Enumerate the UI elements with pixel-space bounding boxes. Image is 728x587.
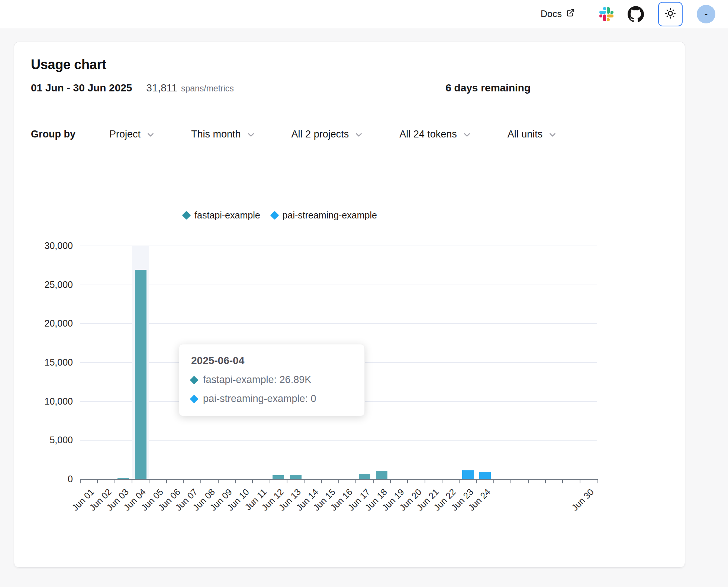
bar-fastapi-example-jun-04 [135,270,146,479]
chevron-down-icon [462,130,472,140]
date-range: 01 Jun - 30 Jun 2025 [31,82,132,94]
usage-card: Usage chart 01 Jun - 30 Jun 2025 31,811 … [14,42,685,568]
chevron-down-icon [146,130,155,140]
x-axis-tick [562,480,563,483]
tooltip-row-text: fastapi-example: 26.89K [203,374,311,386]
chart-legend: fastapi-example pai-streaming-example [80,210,480,221]
slack-icon[interactable] [599,7,613,21]
bar-fastapi-example-jun-18 [376,471,387,479]
sun-icon [664,7,676,20]
group-by-dropdown-value: Project [109,129,141,140]
legend-item-pai-streaming-example[interactable]: pai-streaming-example [271,210,377,221]
gridline [80,323,597,324]
y-axis-tick-label: 5,000 [14,435,73,445]
docs-label: Docs [541,9,562,19]
external-link-icon [566,9,575,19]
days-remaining: 6 days remaining [445,82,531,94]
series-diamond-icon [190,376,199,384]
x-axis-tick [476,480,477,483]
x-axis-tick [149,480,149,483]
units-dropdown[interactable]: All units [508,129,558,140]
group-by-dropdown[interactable]: Project [109,129,155,140]
period-dropdown-value: This month [191,129,241,140]
bar-pai-streaming-example-jun-24 [479,472,491,479]
x-axis-tick [252,480,253,483]
x-axis-tick [373,480,374,483]
x-axis-tick [597,480,597,483]
gridline [80,440,597,441]
x-axis-tick [545,480,546,483]
tooltip-row-text: pai-streaming-example: 0 [203,393,316,405]
bar-fastapi-example-jun-12 [273,475,284,479]
top-bar: Docs - [0,0,728,28]
x-axis-tick [528,480,529,483]
x-axis-tick [287,480,287,483]
avatar[interactable]: - [697,5,715,23]
x-axis-tick [115,480,115,483]
y-axis-tick-label: 15,000 [14,357,73,368]
x-axis-tick [166,480,167,483]
series-diamond-icon [270,211,279,220]
x-axis-line [80,479,598,480]
chart-tooltip: 2025-06-04 fastapi-example: 26.89K pai-s… [179,344,365,416]
gridline [80,246,597,246]
projects-dropdown-value: All 2 projects [291,129,349,140]
x-axis-tick [218,480,219,483]
series-diamond-icon [182,211,191,220]
page-title: Usage chart [31,57,685,72]
x-axis-tick [390,480,391,483]
usage-bar-chart: fastapi-example pai-streaming-example 05… [14,205,686,562]
docs-link[interactable]: Docs [541,9,575,19]
spans-unit: spans/metrics [181,84,234,94]
projects-dropdown[interactable]: All 2 projects [291,129,364,140]
tokens-dropdown[interactable]: All 24 tokens [399,129,472,140]
x-axis-tick [132,480,132,483]
chevron-down-icon [246,130,256,140]
y-axis-tick-label: 20,000 [14,318,73,329]
legend-label: fastapi-example [194,210,260,221]
gridline [80,285,597,285]
x-axis-tick [183,480,184,483]
bar-pai-streaming-example-jun-23 [462,470,474,479]
x-axis-tick [510,480,511,483]
x-axis-tick [304,480,305,483]
y-axis-tick-label: 10,000 [14,396,73,407]
y-axis-labels: 05,00010,00015,00020,00025,00030,000 [14,246,73,479]
x-axis-tick [459,480,460,483]
y-axis-tick-label: 0 [14,474,73,484]
bar-fastapi-example-jun-13 [290,475,302,479]
x-axis-tick [407,480,408,483]
vertical-divider [92,122,92,146]
x-axis-tick [493,480,494,483]
theme-toggle-button[interactable] [658,2,683,26]
x-axis-tick [442,480,442,483]
x-axis-tick [321,480,322,483]
y-axis-tick-label: 30,000 [14,240,73,251]
x-axis-tick [80,480,81,483]
tooltip-date: 2025-06-04 [191,355,352,367]
github-icon[interactable] [628,6,644,22]
legend-item-fastapi-example[interactable]: fastapi-example [183,210,260,221]
spans-count: 31,811 [146,82,177,94]
tokens-dropdown-value: All 24 tokens [399,129,457,140]
units-dropdown-value: All units [508,129,543,140]
chevron-down-icon [354,130,364,140]
y-axis-tick-label: 25,000 [14,279,73,290]
x-axis-tick [235,480,236,483]
tooltip-row: fastapi-example: 26.89K [191,374,352,386]
bar-fastapi-example-jun-17 [359,474,370,479]
period-dropdown[interactable]: This month [191,129,256,140]
x-axis-tick [97,480,98,483]
chevron-down-icon [548,130,557,140]
header-divider [31,106,531,106]
x-axis-label: Jun 30 [557,487,596,526]
legend-label: pai-streaming-example [283,210,377,221]
x-axis-tick [355,480,356,483]
x-axis-tick [270,480,270,483]
series-diamond-icon [190,395,199,403]
avatar-text: - [705,8,708,20]
x-axis-tick [338,480,339,483]
x-axis-tick [425,480,425,483]
group-by-label: Group by [31,129,75,140]
x-axis-tick [580,480,580,483]
